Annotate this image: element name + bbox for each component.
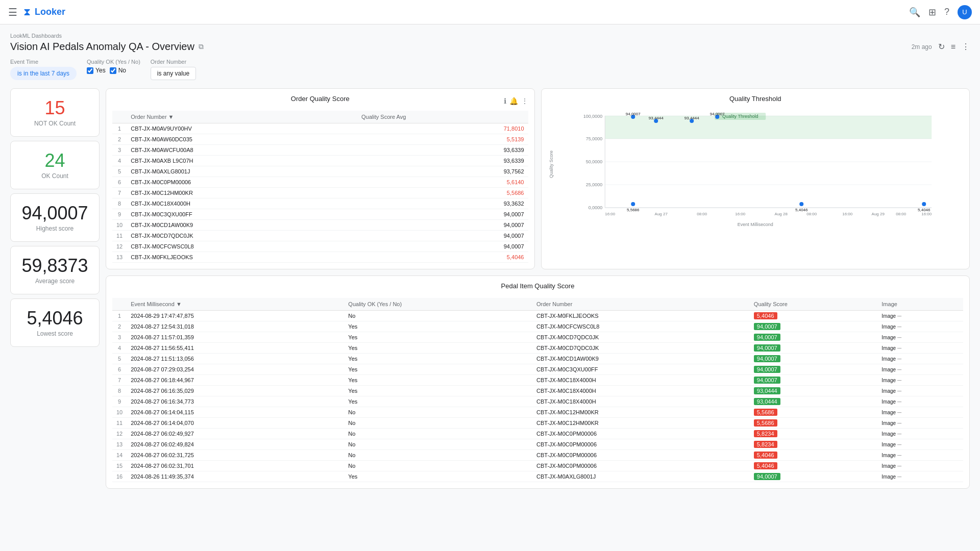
oqs-info-icon[interactable]: ℹ [504, 97, 506, 105]
svg-text:94,0007: 94,0007 [709, 112, 724, 116]
row-num: 9 [112, 209, 127, 220]
quality-score: 5,4046 [750, 450, 877, 461]
quality-score: 71,8010 [357, 123, 528, 134]
event-time: 2024-08-27 11:51:13,056 [127, 354, 344, 364]
filter-section: Event Time is in the last 7 days Quality… [10, 59, 970, 80]
svg-text:16:00: 16:00 [842, 212, 853, 216]
piqs-col-image: Image [877, 298, 963, 311]
row-num: 3 [112, 145, 127, 156]
average-value: 59,8373 [21, 256, 88, 276]
table-row: 11 2024-08-27 06:14:04,070 No CBT-JX-M0C… [112, 418, 963, 429]
image-cell: Image ··· [877, 396, 963, 407]
ok-label: OK Count [41, 172, 68, 180]
svg-text:08:00: 08:00 [697, 212, 707, 216]
order-number: CBT-JX-M0AWCFU00A8 [127, 145, 357, 156]
quality-no-checkbox[interactable]: No [110, 67, 126, 74]
average-label: Average score [35, 278, 75, 285]
row-num: 4 [112, 156, 127, 166]
svg-text:Aug 29: Aug 29 [871, 212, 885, 216]
more-icon[interactable]: ⋮ [962, 42, 970, 52]
table-row: 8 CBT-JX-M0C18X4000H 93,3632 [112, 198, 528, 209]
row-num: 16 [112, 471, 127, 482]
last-updated: 2m ago [912, 43, 932, 51]
table-row: 10 2024-08-27 06:14:04,115 No CBT-JX-M0C… [112, 407, 963, 418]
image-cell: Image ··· [877, 321, 963, 332]
row-num: 12 [112, 429, 127, 439]
table-row: 16 2024-08-26 11:49:35,374 Yes CBT-JX-M0… [112, 471, 963, 482]
table-row: 4 2024-08-27 11:56:55,411 Yes CBT-JX-M0C… [112, 343, 963, 354]
help-icon[interactable]: ? [944, 7, 949, 17]
table-row: 5 CBT-JX-M0AXLG8001J 93,7562 [112, 166, 528, 177]
order-number-value[interactable]: is any value [151, 67, 196, 80]
quality-ok-checkboxes: Yes No [87, 67, 140, 74]
oqs-bell-icon[interactable]: 🔔 [509, 97, 518, 105]
piqs-col-score: Quality Score [750, 298, 877, 311]
svg-text:16:00: 16:00 [921, 212, 932, 216]
user-avatar[interactable]: U [958, 5, 972, 19]
order-number: CBT-JX-M0C12HM00KR [127, 188, 357, 198]
quality-score: 94,0007 [357, 241, 528, 252]
quality-score: 94,0007 [750, 354, 877, 364]
lowest-label: Lowest score [37, 330, 73, 337]
quality-ok: No [344, 461, 532, 471]
table-row: 5 2024-08-27 11:51:13,056 Yes CBT-JX-M0C… [112, 354, 963, 364]
table-row: 9 2024-08-27 06:16:34,773 Yes CBT-JX-M0C… [112, 396, 963, 407]
hamburger-icon[interactable]: ☰ [8, 6, 17, 18]
piqs-title: Pedal Item Quality Score [112, 282, 963, 290]
svg-text:16:00: 16:00 [605, 212, 616, 216]
svg-text:75,0000: 75,0000 [585, 136, 602, 141]
highest-value: 94,0007 [21, 203, 88, 223]
quality-score: 93,0444 [750, 396, 877, 407]
row-num: 14 [112, 450, 127, 461]
piqs-table: Event Millisecond ▼ Quality OK (Yes / No… [112, 298, 963, 482]
table-row: 2 CBT-JX-M0AW60DC035 5,5139 [112, 134, 528, 145]
order-number: CBT-JX-M0C18X4000H [532, 396, 750, 407]
oqs-col-order[interactable]: Order Number ▼ [127, 111, 357, 123]
svg-text:08:00: 08:00 [806, 212, 817, 216]
event-time: 2024-08-27 11:56:55,411 [127, 343, 344, 354]
table-row: 7 CBT-JX-M0C12HM00KR 5,5686 [112, 188, 528, 198]
average-score-card: 59,8373 Average score [10, 246, 100, 294]
order-number: CBT-JX-M0CD7QDC0JK [532, 343, 750, 354]
piqs-table-body: 1 2024-08-29 17:47:47,875 No CBT-JX-M0FK… [112, 311, 963, 482]
refresh-icon[interactable]: ↻ [938, 42, 945, 52]
row-num: 10 [112, 220, 127, 231]
quality-score: 93,0444 [750, 386, 877, 396]
piqs-col-time[interactable]: Event Millisecond ▼ [127, 298, 344, 311]
order-number: CBT-JX-M0C18X4000H [532, 386, 750, 396]
order-number: CBT-JX-M0AW60DC035 [127, 134, 357, 145]
table-row: 4 CBT-JX-M0AXB L9C07H 93,6339 [112, 156, 528, 166]
image-cell: Image ··· [877, 386, 963, 396]
order-number: CBT-JX-M0AXB L9C07H [127, 156, 357, 166]
event-time: 2024-08-27 06:14:04,070 [127, 418, 344, 429]
search-icon[interactable]: 🔍 [909, 7, 920, 18]
not-ok-count-card: 15 NOT OK Count [10, 88, 100, 137]
event-time: 2024-08-27 06:16:34,773 [127, 396, 344, 407]
quality-ok: No [344, 407, 532, 418]
grid-icon[interactable]: ⊞ [928, 7, 936, 18]
row-num: 2 [112, 134, 127, 145]
image-cell: Image ··· [877, 311, 963, 321]
quality-score: 94,0007 [750, 375, 877, 386]
order-number-filter: Order Number is any value [151, 59, 196, 80]
image-cell: Image ··· [877, 332, 963, 343]
quality-ok: No [344, 418, 532, 429]
quality-score: 94,0007 [750, 471, 877, 482]
quality-score: 94,0007 [750, 332, 877, 343]
copy-icon[interactable]: ⧉ [199, 42, 204, 51]
x-axis-label: Event Millisecond [738, 222, 773, 227]
svg-text:Aug 28: Aug 28 [774, 212, 788, 216]
quality-score: 93,7562 [357, 166, 528, 177]
not-ok-value: 15 [44, 98, 65, 118]
quality-threshold-panel: Quality Threshold 100,0000 75,0000 50,00… [541, 88, 970, 269]
oqs-more-icon[interactable]: ⋮ [521, 97, 528, 105]
image-cell: Image ··· [877, 471, 963, 482]
event-time-chip[interactable]: is in the last 7 days [10, 67, 77, 80]
svg-text:Quality Threshold: Quality Threshold [722, 114, 758, 119]
quality-ok: Yes [344, 332, 532, 343]
filter-icon[interactable]: ≡ [951, 42, 955, 52]
quality-yes-checkbox[interactable]: Yes [87, 67, 106, 74]
order-number-label: Order Number [151, 59, 196, 65]
table-row: 11 CBT-JX-M0CD7QDC0JK 94,0007 [112, 231, 528, 241]
quality-ok: No [344, 429, 532, 439]
